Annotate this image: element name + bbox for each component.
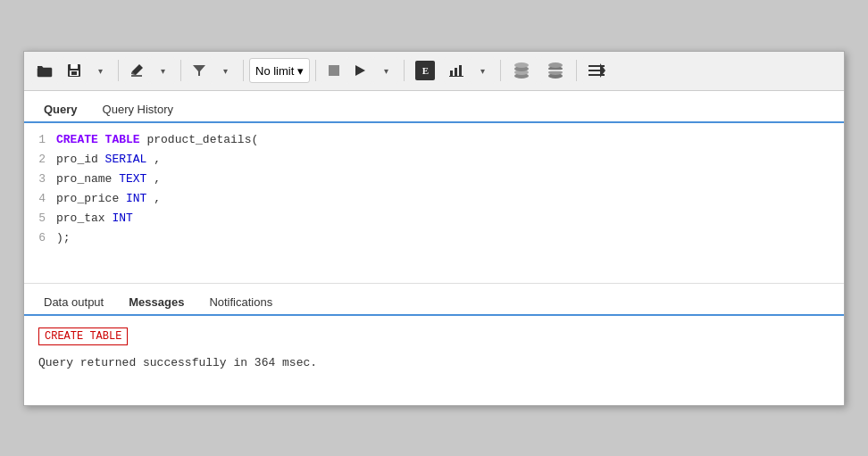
scratch2-button[interactable] — [540, 57, 571, 84]
keyword-text: TEXT — [119, 172, 146, 186]
line-num-5: 5 — [24, 209, 56, 228]
save-caret-icon: ▾ — [98, 66, 103, 76]
code-line-4: 4 pro_price INT , — [24, 189, 844, 209]
svg-point-16 — [514, 62, 529, 68]
keyword-serial: SERIAL — [105, 153, 147, 166]
separator-3 — [243, 60, 244, 81]
filter-button[interactable] — [187, 57, 212, 84]
no-limit-label: No limit — [255, 64, 294, 78]
editor-area[interactable]: 1 CREATE TABLE product_details( 2 pro_id… — [24, 123, 844, 284]
result-tabs: Data output Messages Notifications — [24, 284, 844, 316]
output-area: CREATE TABLE Query returned successfully… — [24, 316, 844, 405]
open-file-button[interactable] — [31, 57, 58, 84]
line-num-3: 3 — [24, 170, 56, 189]
explain-e-icon: E — [415, 61, 435, 80]
main-container: ▾ ▾ ▾ — [23, 51, 845, 406]
svg-rect-9 — [450, 70, 453, 76]
save-button[interactable] — [62, 57, 87, 84]
separator-7 — [576, 60, 577, 81]
code-text-6: ); — [56, 231, 71, 245]
line-num-2: 2 — [24, 150, 56, 170]
chart-button[interactable] — [444, 57, 469, 84]
run-group: ▾ — [321, 57, 398, 84]
code-text-2b: , — [154, 153, 161, 166]
svg-point-20 — [548, 62, 563, 68]
svg-rect-10 — [455, 68, 457, 76]
run-caret-button[interactable]: ▾ — [373, 57, 398, 84]
filter-caret-icon: ▾ — [223, 66, 228, 76]
file-group — [31, 57, 58, 84]
svg-marker-6 — [193, 65, 205, 76]
code-line-5: 5 pro_tax INT — [24, 209, 844, 228]
query-tabs: Query Query History — [24, 91, 844, 123]
code-text-2a: pro_id — [56, 153, 105, 166]
code-text-1: product_details( — [146, 133, 258, 146]
keyword-int-1: INT — [126, 192, 146, 205]
keyword-create: CREATE TABLE — [56, 133, 140, 146]
chart-caret-icon: ▾ — [480, 66, 485, 76]
edit-button[interactable] — [124, 57, 149, 84]
explain-group: E — [410, 57, 440, 84]
run-caret-icon: ▾ — [384, 66, 388, 76]
keyword-int-2: INT — [112, 211, 132, 225]
code-line-6: 6 ); — [24, 228, 844, 248]
toolbar: ▾ ▾ ▾ — [24, 52, 844, 91]
explain-button[interactable]: E — [410, 57, 440, 84]
line-num-4: 4 — [24, 189, 56, 209]
scratch-button[interactable] — [506, 57, 537, 84]
code-text-3b: , — [154, 172, 161, 186]
tab-data-output[interactable]: Data output — [31, 290, 116, 316]
svg-rect-2 — [71, 64, 78, 69]
svg-rect-0 — [38, 68, 52, 77]
run-button[interactable] — [347, 57, 372, 84]
svg-rect-4 — [71, 71, 77, 75]
edit-caret-icon: ▾ — [161, 66, 165, 76]
edit-caret-button[interactable]: ▾ — [150, 57, 175, 84]
svg-rect-11 — [459, 65, 462, 76]
line-content-4: pro_price INT , — [56, 189, 161, 209]
tab-messages[interactable]: Messages — [116, 290, 196, 316]
code-text-4a: pro_price — [56, 192, 126, 205]
svg-marker-8 — [355, 65, 365, 76]
save-caret-button[interactable]: ▾ — [88, 57, 113, 84]
separator-4 — [315, 60, 316, 81]
line-num-1: 1 — [24, 130, 56, 150]
line-content-5: pro_tax INT — [56, 209, 133, 228]
tab-query-history[interactable]: Query History — [90, 97, 186, 123]
line-content-1: CREATE TABLE product_details( — [56, 130, 258, 150]
code-line-1: 1 CREATE TABLE product_details( — [24, 130, 844, 150]
no-limit-caret-icon: ▾ — [297, 64, 304, 78]
code-text-4b: , — [154, 192, 161, 205]
filter-group: ▾ — [187, 57, 238, 84]
filter-caret-button[interactable]: ▾ — [213, 57, 238, 84]
chart-caret-button[interactable]: ▾ — [470, 57, 495, 84]
chart-group: ▾ — [444, 57, 495, 84]
separator-2 — [180, 60, 181, 81]
no-limit-dropdown[interactable]: No limit ▾ — [249, 58, 310, 83]
save-group: ▾ — [62, 57, 113, 84]
line-num-6: 6 — [24, 228, 56, 248]
svg-rect-7 — [329, 65, 339, 76]
line-content-3: pro_name TEXT , — [56, 170, 161, 189]
separator-1 — [118, 60, 119, 81]
separator-6 — [500, 60, 501, 81]
tab-notifications[interactable]: Notifications — [196, 290, 285, 316]
line-content-6: ); — [56, 228, 71, 248]
code-text-3a: pro_name — [56, 172, 119, 186]
create-table-badge: CREATE TABLE — [38, 327, 128, 345]
separator-5 — [404, 60, 405, 81]
code-text-5a: pro_tax — [56, 211, 112, 225]
edit-group: ▾ — [124, 57, 175, 84]
stop-button[interactable] — [321, 57, 346, 84]
tab-query[interactable]: Query — [31, 97, 90, 123]
code-line-3: 3 pro_name TEXT , — [24, 170, 844, 189]
line-content-2: pro_id SERIAL , — [56, 150, 161, 170]
code-line-2: 2 pro_id SERIAL , — [24, 150, 844, 170]
success-message: Query returned successfully in 364 msec. — [38, 356, 830, 369]
menu-button[interactable] — [582, 57, 611, 84]
